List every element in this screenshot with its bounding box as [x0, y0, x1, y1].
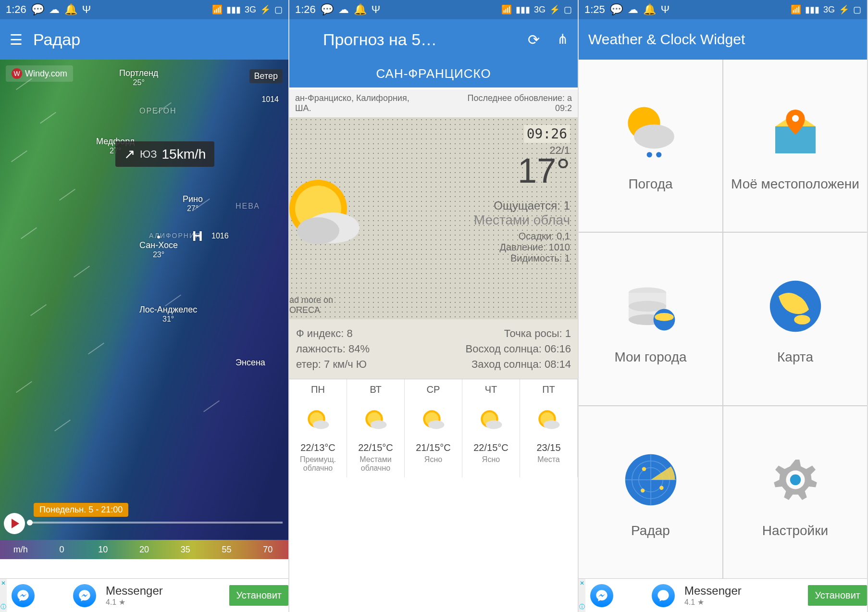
wind-tooltip: ↗ЮЗ15km/h: [115, 141, 214, 167]
app-bar: ☰ Радар: [0, 19, 288, 60]
svg-point-12: [428, 420, 444, 429]
page-title: Прогноз на 5…: [323, 30, 437, 49]
wifi-icon: 📶: [212, 4, 223, 15]
svg-point-3: [297, 217, 339, 244]
pressure-1014: 1014: [261, 95, 279, 104]
charge-icon: ⚡: [260, 4, 271, 15]
updated-text: Последнее обновление: а 09:2: [468, 93, 572, 113]
svg-point-6: [312, 420, 329, 429]
page-title: Радар: [33, 30, 80, 49]
foreca-attribution[interactable]: ad more on ORECA: [289, 295, 333, 315]
status-bar: 1:25 💬☁🔔Ψ 📶▮▮▮3G⚡▢: [579, 0, 867, 19]
ad-app-name: Messenger: [106, 584, 163, 598]
day-column[interactable]: ВТ22/15°CМестами облачно: [347, 379, 405, 477]
current-weather-card: 09:26 22/1 17° Ощущается: 1 Местами обла…: [289, 117, 578, 319]
svg-point-21: [646, 152, 652, 157]
menu-settings[interactable]: Настройки: [723, 406, 867, 578]
network-label: 3G: [245, 5, 256, 15]
svg-point-43: [790, 475, 800, 485]
weather-icon: [617, 100, 684, 167]
day-column[interactable]: ПН22/13°CПреимущ. облачно: [289, 379, 347, 477]
region-california: АЛИФОРНИЯ: [149, 232, 201, 239]
ad-install-button[interactable]: Установит: [808, 585, 867, 606]
menu-icon[interactable]: ☰: [10, 31, 23, 48]
ad-banner[interactable]: ✕ⓘ Messenger4.1 ★ Установит: [579, 578, 867, 612]
radar-icon: [617, 446, 684, 513]
ad-install-button[interactable]: Установит: [229, 585, 288, 606]
page-title: Weather & Clock Widget: [588, 31, 745, 48]
svg-point-9: [370, 420, 386, 429]
menu-map[interactable]: Карта: [723, 233, 867, 405]
details-panel: Ф индекс: 8Точка росы: 1 лажность: 84%Во…: [289, 319, 578, 379]
svg-point-20: [634, 125, 674, 149]
menu-weather[interactable]: Погода: [579, 60, 722, 232]
usb-icon: Ψ: [82, 3, 91, 16]
messenger-icon: [590, 584, 613, 607]
city-reno: Рино27°: [183, 194, 203, 213]
share-icon[interactable]: ⋔: [557, 31, 568, 48]
ad-close-icon[interactable]: ✕: [1, 580, 6, 587]
forecast-days[interactable]: ПН22/13°CПреимущ. облачноВТ22/15°CМестам…: [289, 379, 578, 477]
cities-icon: [617, 273, 684, 340]
weather-details: Ощущается: 1 Местами облач Осадки: 0,1 Д…: [474, 199, 570, 264]
play-button[interactable]: [4, 513, 25, 534]
timeline-slider[interactable]: [27, 507, 283, 530]
svg-point-25: [792, 115, 799, 122]
ad-banner[interactable]: ✕ⓘ Messenger4.1 ★ Установит: [0, 578, 288, 612]
pressure-1016: 1016: [211, 232, 229, 240]
city-la: Лос-Анджелес31°: [139, 305, 197, 324]
radar-map[interactable]: WWindy.com Ветер 1014 Портленд25° ОРЕГОН…: [0, 60, 288, 559]
messenger-icon: [12, 584, 35, 607]
ad-close-icon[interactable]: ✕: [580, 580, 584, 587]
svg-point-31: [655, 313, 673, 321]
svg-point-41: [641, 488, 645, 492]
cloud-icon: ☁: [49, 3, 60, 16]
bell-icon: 🔔: [64, 3, 77, 16]
svg-point-33: [794, 315, 810, 325]
wind-scale: m/h01020355570: [0, 540, 288, 559]
city-ensenada: Энсена: [236, 358, 265, 368]
current-temp: 17°: [518, 151, 570, 190]
day-column[interactable]: СР21/15°CЯсно: [405, 379, 462, 477]
location-text: ан-Франциско, Калифорния, ША.: [295, 93, 409, 113]
tab-city[interactable]: САН-ФРАНЦИСКО: [289, 60, 578, 89]
digital-clock: 09:26: [524, 125, 570, 143]
ad-info-icon[interactable]: ⓘ: [579, 603, 585, 611]
screen-forecast: 1:26 💬☁🔔Ψ 📶▮▮▮3G⚡▢ Прогноз на 5… ⟳ ⋔ САН…: [289, 0, 579, 612]
svg-point-40: [659, 486, 663, 489]
day-column[interactable]: ПТ23/15Места: [520, 379, 578, 477]
chat-icon: 💬: [31, 3, 44, 16]
menu-grid: Погода Моё местоположени Мои города Карт…: [579, 60, 867, 578]
status-bar: 1:26 💬☁🔔Ψ 📶▮▮▮3G⚡▢: [289, 0, 578, 19]
menu-location[interactable]: Моё местоположени: [723, 60, 867, 232]
app-bar: Weather & Clock Widget: [579, 19, 867, 60]
ad-info-icon[interactable]: ⓘ: [0, 603, 6, 611]
map-icon: [762, 273, 829, 340]
messenger-icon-2: [652, 584, 675, 607]
messenger-icon-2: [73, 584, 96, 607]
windy-logo[interactable]: WWindy.com: [6, 65, 73, 82]
weather-icon: [289, 165, 371, 262]
location-icon: [762, 100, 829, 167]
signal-icon: ▮▮▮: [226, 4, 241, 15]
svg-point-39: [642, 467, 645, 471]
settings-icon: [762, 446, 829, 513]
screen-radar: 1:26 💬☁🔔Ψ 📶▮▮▮3G⚡▢ ☰ Радар WWindy.com Ве…: [0, 0, 289, 612]
menu-radar[interactable]: Радар: [579, 406, 722, 578]
day-column[interactable]: ЧТ22/15°CЯсно: [462, 379, 520, 477]
svg-point-22: [656, 152, 661, 157]
screen-menu: 1:25 💬☁🔔Ψ 📶▮▮▮3G⚡▢ Weather & Clock Widge…: [579, 0, 868, 612]
status-time: 1:26: [6, 3, 26, 16]
layer-wind-label[interactable]: Ветер: [249, 69, 283, 83]
menu-cities[interactable]: Мои города: [579, 233, 722, 405]
svg-point-18: [543, 420, 559, 429]
battery-icon: ▢: [274, 4, 283, 15]
region-oregon: ОРЕГОН: [139, 107, 177, 115]
svg-point-15: [485, 420, 502, 429]
ad-rating: 4.1 ★: [106, 598, 163, 607]
forecast-meta: ан-Франциско, Калифорния, ША. Последнее …: [289, 89, 578, 117]
refresh-icon[interactable]: ⟳: [528, 31, 540, 48]
status-bar: 1:26 💬☁🔔Ψ 📶▮▮▮3G⚡▢: [0, 0, 288, 19]
city-portland: Портленд25°: [119, 68, 158, 87]
region-nevada: НЕВА: [236, 202, 260, 211]
